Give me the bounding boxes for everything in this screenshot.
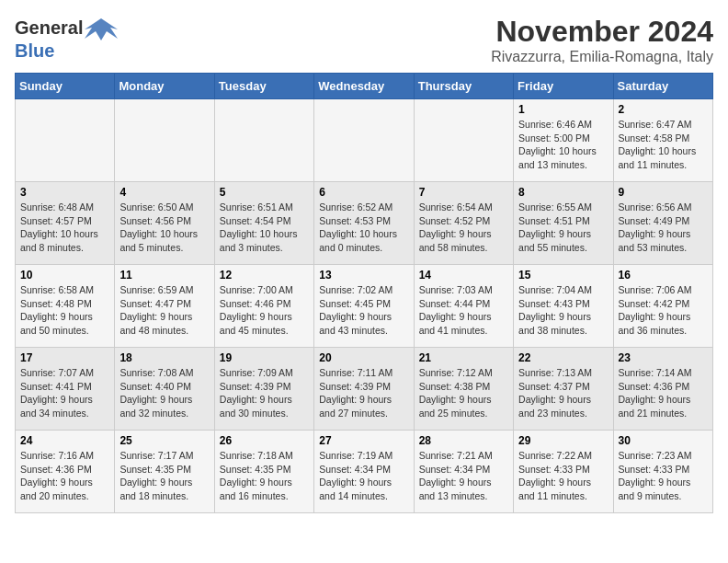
day-number: 23	[619, 351, 708, 364]
calendar-header-row: Sunday Monday Tuesday Wednesday Thursday…	[16, 74, 713, 99]
calendar-cell	[314, 99, 414, 182]
calendar-cell: 4Sunrise: 6:50 AMSunset: 4:56 PMDaylight…	[115, 182, 214, 265]
day-info: Sunrise: 7:12 AMSunset: 4:38 PMDaylight:…	[419, 366, 508, 420]
col-friday: Friday	[514, 74, 613, 99]
calendar-cell: 13Sunrise: 7:02 AMSunset: 4:45 PMDayligh…	[314, 265, 414, 348]
day-info: Sunrise: 7:04 AMSunset: 4:43 PMDaylight:…	[518, 283, 608, 338]
day-number: 27	[319, 434, 408, 447]
day-info: Sunrise: 6:50 AMSunset: 4:56 PMDaylight:…	[119, 201, 209, 255]
calendar-cell: 20Sunrise: 7:11 AMSunset: 4:39 PMDayligh…	[314, 348, 414, 431]
week-row-2: 3Sunrise: 6:48 AMSunset: 4:57 PMDaylight…	[16, 182, 713, 265]
week-row-4: 17Sunrise: 7:07 AMSunset: 4:41 PMDayligh…	[16, 348, 713, 431]
day-info: Sunrise: 7:11 AMSunset: 4:39 PMDaylight:…	[319, 366, 408, 420]
day-info: Sunrise: 7:06 AMSunset: 4:42 PMDaylight:…	[619, 283, 708, 338]
day-info: Sunrise: 7:14 AMSunset: 4:36 PMDaylight:…	[619, 366, 708, 420]
day-number: 15	[518, 269, 608, 282]
title-area: November 2024 Rivazzurra, Emilia-Romagna…	[491, 15, 713, 65]
header: General Blue November 2024 Rivazzurra, E…	[15, 15, 713, 65]
calendar-cell: 19Sunrise: 7:09 AMSunset: 4:39 PMDayligh…	[214, 348, 313, 431]
day-info: Sunrise: 7:02 AMSunset: 4:45 PMDaylight:…	[319, 283, 408, 338]
calendar-cell	[414, 99, 513, 182]
svg-marker-0	[85, 18, 118, 40]
calendar-cell	[16, 99, 115, 182]
day-info: Sunrise: 7:22 AMSunset: 4:33 PMDaylight:…	[518, 449, 608, 503]
calendar-cell: 24Sunrise: 7:16 AMSunset: 4:36 PMDayligh…	[16, 431, 115, 513]
calendar-cell: 30Sunrise: 7:23 AMSunset: 4:33 PMDayligh…	[613, 431, 712, 513]
day-info: Sunrise: 6:58 AMSunset: 4:48 PMDaylight:…	[20, 283, 109, 338]
day-info: Sunrise: 7:23 AMSunset: 4:33 PMDaylight:…	[619, 449, 708, 503]
day-info: Sunrise: 7:18 AMSunset: 4:35 PMDaylight:…	[220, 449, 309, 503]
calendar-cell: 9Sunrise: 6:56 AMSunset: 4:49 PMDaylight…	[613, 182, 712, 265]
calendar-cell: 15Sunrise: 7:04 AMSunset: 4:43 PMDayligh…	[514, 265, 613, 348]
col-saturday: Saturday	[613, 74, 712, 99]
month-title: November 2024	[491, 15, 713, 49]
day-number: 8	[518, 186, 608, 199]
day-number: 14	[419, 269, 508, 282]
day-info: Sunrise: 6:47 AMSunset: 4:58 PMDaylight:…	[619, 118, 708, 172]
day-number: 29	[518, 434, 608, 447]
day-info: Sunrise: 6:54 AMSunset: 4:52 PMDaylight:…	[419, 201, 508, 255]
day-number: 30	[619, 434, 708, 447]
day-info: Sunrise: 7:07 AMSunset: 4:41 PMDaylight:…	[20, 366, 109, 420]
calendar-cell: 6Sunrise: 6:52 AMSunset: 4:53 PMDaylight…	[314, 182, 414, 265]
day-number: 24	[20, 434, 109, 447]
day-number: 16	[619, 269, 708, 282]
calendar-cell: 29Sunrise: 7:22 AMSunset: 4:33 PMDayligh…	[514, 431, 613, 513]
day-number: 2	[619, 103, 708, 116]
day-number: 9	[619, 186, 708, 199]
day-number: 7	[419, 186, 508, 199]
calendar-cell: 16Sunrise: 7:06 AMSunset: 4:42 PMDayligh…	[613, 265, 712, 348]
col-sunday: Sunday	[16, 74, 115, 99]
col-thursday: Thursday	[414, 74, 513, 99]
day-number: 28	[419, 434, 508, 447]
day-info: Sunrise: 7:19 AMSunset: 4:34 PMDaylight:…	[319, 449, 408, 503]
day-info: Sunrise: 6:46 AMSunset: 5:00 PMDaylight:…	[518, 118, 608, 172]
day-info: Sunrise: 6:51 AMSunset: 4:54 PMDaylight:…	[220, 201, 309, 255]
day-number: 22	[518, 351, 608, 364]
calendar-cell: 5Sunrise: 6:51 AMSunset: 4:54 PMDaylight…	[214, 182, 313, 265]
calendar-cell: 25Sunrise: 7:17 AMSunset: 4:35 PMDayligh…	[115, 431, 214, 513]
calendar-cell: 21Sunrise: 7:12 AMSunset: 4:38 PMDayligh…	[414, 348, 513, 431]
calendar-cell: 1Sunrise: 6:46 AMSunset: 5:00 PMDaylight…	[514, 99, 613, 182]
calendar-cell	[115, 99, 214, 182]
day-number: 21	[419, 351, 508, 364]
col-wednesday: Wednesday	[314, 74, 414, 99]
day-number: 20	[319, 351, 408, 364]
day-number: 4	[119, 186, 209, 199]
day-number: 26	[220, 434, 309, 447]
day-number: 6	[319, 186, 408, 199]
calendar-cell: 26Sunrise: 7:18 AMSunset: 4:35 PMDayligh…	[214, 431, 313, 513]
calendar-cell: 12Sunrise: 7:00 AMSunset: 4:46 PMDayligh…	[214, 265, 313, 348]
day-info: Sunrise: 6:52 AMSunset: 4:53 PMDaylight:…	[319, 201, 408, 255]
calendar-cell: 3Sunrise: 6:48 AMSunset: 4:57 PMDaylight…	[16, 182, 115, 265]
day-number: 19	[220, 351, 309, 364]
col-tuesday: Tuesday	[214, 74, 313, 99]
calendar-cell: 14Sunrise: 7:03 AMSunset: 4:44 PMDayligh…	[414, 265, 513, 348]
day-number: 1	[518, 103, 608, 116]
day-number: 10	[20, 269, 109, 282]
logo-general-text: General	[15, 17, 83, 39]
calendar-cell: 17Sunrise: 7:07 AMSunset: 4:41 PMDayligh…	[16, 348, 115, 431]
logo: General Blue	[15, 15, 118, 62]
calendar-cell: 11Sunrise: 6:59 AMSunset: 4:47 PMDayligh…	[115, 265, 214, 348]
day-info: Sunrise: 7:16 AMSunset: 4:36 PMDaylight:…	[20, 449, 109, 503]
calendar-cell	[214, 99, 313, 182]
day-info: Sunrise: 6:59 AMSunset: 4:47 PMDaylight:…	[119, 283, 209, 338]
day-info: Sunrise: 7:08 AMSunset: 4:40 PMDaylight:…	[119, 366, 209, 420]
week-row-1: 1Sunrise: 6:46 AMSunset: 5:00 PMDaylight…	[16, 99, 713, 182]
calendar-cell: 10Sunrise: 6:58 AMSunset: 4:48 PMDayligh…	[16, 265, 115, 348]
day-number: 5	[220, 186, 309, 199]
col-monday: Monday	[115, 74, 214, 99]
day-number: 12	[220, 269, 309, 282]
day-info: Sunrise: 6:56 AMSunset: 4:49 PMDaylight:…	[619, 201, 708, 255]
day-number: 3	[20, 186, 109, 199]
calendar-cell: 8Sunrise: 6:55 AMSunset: 4:51 PMDaylight…	[514, 182, 613, 265]
day-info: Sunrise: 7:03 AMSunset: 4:44 PMDaylight:…	[419, 283, 508, 338]
day-number: 18	[119, 351, 209, 364]
logo-bird-icon	[85, 15, 118, 40]
calendar-cell: 7Sunrise: 6:54 AMSunset: 4:52 PMDaylight…	[414, 182, 513, 265]
day-number: 13	[319, 269, 408, 282]
calendar-cell: 23Sunrise: 7:14 AMSunset: 4:36 PMDayligh…	[613, 348, 712, 431]
location-title: Rivazzurra, Emilia-Romagna, Italy	[491, 49, 713, 65]
day-number: 11	[119, 269, 209, 282]
